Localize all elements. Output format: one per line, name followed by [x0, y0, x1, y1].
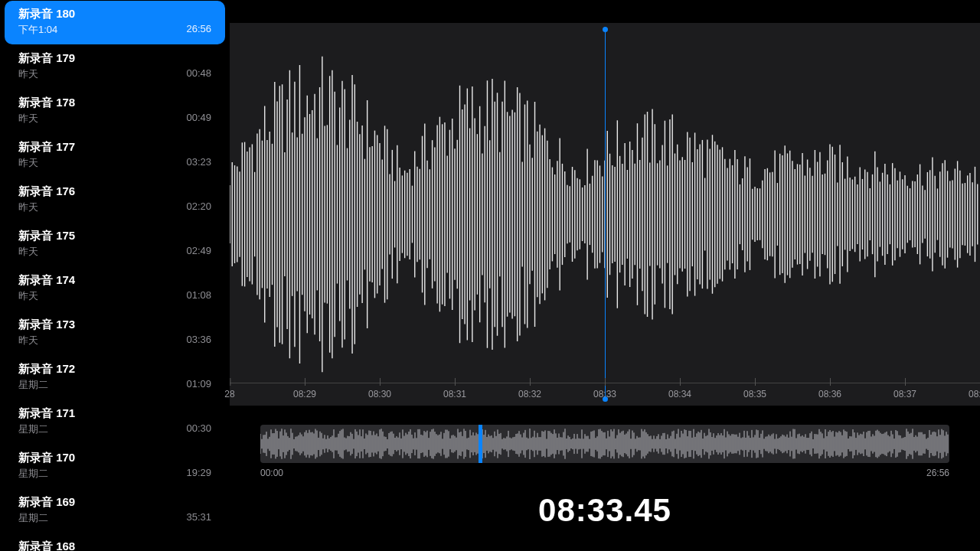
main-panel: 2808:2908:3008:3108:3208:3308:3408:3508:… — [230, 0, 980, 551]
recording-duration: 19:29 — [186, 467, 211, 481]
recording-duration: 00:30 — [186, 422, 211, 436]
recording-title: 新录音 180 — [18, 7, 211, 21]
recording-duration: 00:49 — [186, 112, 211, 126]
recording-title: 新录音 174 — [18, 273, 211, 288]
recording-duration: 26:56 — [186, 23, 211, 37]
recording-title: 新录音 177 — [18, 140, 211, 155]
recording-title: 新录音 173 — [18, 318, 211, 332]
timeline-tick: 28 — [224, 389, 234, 399]
recording-duration: 35:31 — [186, 511, 211, 525]
timeline-tick: 08:34 — [668, 389, 691, 399]
timeline-tick: 08:36 — [818, 389, 841, 399]
recording-item[interactable]: 新录音 168 — [5, 533, 225, 551]
recording-date: 昨天 — [18, 112, 38, 126]
overview-start-label: 00:00 — [260, 468, 283, 478]
recording-duration: 01:08 — [186, 289, 211, 303]
recording-title: 新录音 169 — [18, 495, 211, 510]
recording-item[interactable]: 新录音 180下午1:0426:56 — [5, 1, 225, 44]
current-time-display: 08:33.45 — [230, 492, 980, 529]
recording-date: 昨天 — [18, 245, 38, 259]
recording-date: 昨天 — [18, 201, 38, 214]
recording-date: 下午1:04 — [18, 23, 57, 37]
recording-item[interactable]: 新录音 170星期二19:29 — [5, 445, 225, 488]
recording-item[interactable]: 新录音 173昨天03:36 — [5, 311, 225, 355]
recording-duration: 03:23 — [186, 156, 211, 170]
recording-duration: 03:36 — [186, 334, 211, 347]
recording-item[interactable]: 新录音 178昨天00:49 — [5, 90, 225, 133]
timeline-tick: 08:32 — [518, 389, 541, 399]
waveform-display[interactable]: 2808:2908:3008:3108:3208:3308:3408:3508:… — [230, 23, 980, 406]
timeline-tick: 08:29 — [293, 389, 316, 399]
recording-date: 星期二 — [18, 422, 48, 436]
recording-duration: 01:09 — [186, 378, 211, 392]
recording-date: 星期二 — [18, 467, 48, 481]
recording-title: 新录音 178 — [18, 96, 211, 110]
recording-title: 新录音 175 — [18, 229, 211, 243]
timeline-tick: 08:33 — [593, 389, 616, 399]
recording-item[interactable]: 新录音 175昨天02:49 — [5, 223, 225, 266]
recording-title: 新录音 168 — [18, 540, 211, 551]
recording-date: 星期二 — [18, 511, 48, 525]
timeline-tick: 08:38 — [969, 389, 980, 399]
recordings-sidebar[interactable]: 新录音 180下午1:0426:56新录音 179昨天00:48新录音 178昨… — [0, 0, 230, 551]
overview-handle[interactable] — [479, 425, 482, 463]
timeline-ruler[interactable]: 2808:2908:3008:3108:3208:3308:3408:3508:… — [230, 383, 980, 406]
timeline-tick: 08:31 — [443, 389, 466, 399]
recording-item[interactable]: 新录音 179昨天00:48 — [5, 45, 225, 89]
recording-item[interactable]: 新录音 171星期二00:30 — [5, 400, 225, 444]
recording-date: 星期二 — [18, 378, 48, 392]
overview-end-label: 26:56 — [926, 468, 949, 478]
recording-duration: 02:49 — [186, 245, 211, 259]
recording-title: 新录音 171 — [18, 406, 211, 421]
recording-date: 昨天 — [18, 67, 38, 81]
recording-item[interactable]: 新录音 172星期二01:09 — [5, 356, 225, 399]
recording-date: 昨天 — [18, 289, 38, 303]
recording-title: 新录音 172 — [18, 362, 211, 377]
playhead[interactable] — [605, 29, 606, 399]
recording-item[interactable]: 新录音 177昨天03:23 — [5, 134, 225, 178]
recording-title: 新录音 170 — [18, 451, 211, 465]
recording-duration: 00:48 — [186, 67, 211, 81]
recording-duration: 02:20 — [186, 201, 211, 214]
recording-title: 新录音 176 — [18, 184, 211, 199]
timeline-tick: 08:35 — [743, 389, 766, 399]
overview-bar[interactable]: 00:00 26:56 — [260, 425, 949, 478]
recording-date: 昨天 — [18, 334, 38, 347]
recording-date: 昨天 — [18, 156, 38, 170]
recording-item[interactable]: 新录音 174昨天01:08 — [5, 267, 225, 311]
timeline-tick: 08:37 — [893, 389, 916, 399]
recording-item[interactable]: 新录音 176昨天02:20 — [5, 178, 225, 222]
timeline-tick: 08:30 — [368, 389, 391, 399]
recording-title: 新录音 179 — [18, 51, 211, 66]
recording-item[interactable]: 新录音 169星期二35:31 — [5, 489, 225, 533]
